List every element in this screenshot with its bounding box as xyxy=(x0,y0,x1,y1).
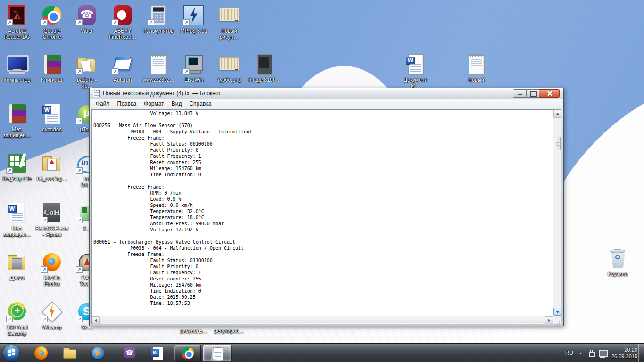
start-button[interactable] xyxy=(2,345,20,362)
minimize-button[interactable] xyxy=(513,89,527,98)
app-icon xyxy=(41,102,63,125)
desktop-icon-label: Registry Life xyxy=(2,176,31,182)
desktop-icon-turbo-png[interactable]: турбо.png xyxy=(212,53,246,83)
app-icon xyxy=(147,53,170,75)
desktop-icon-novy-txt[interactable]: Новый xyxy=(459,53,493,83)
app-icon xyxy=(182,4,205,26)
taskbar-media-player[interactable] xyxy=(89,345,107,362)
taskbar-notepad[interactable] xyxy=(203,345,232,362)
menu-bar: Файл Правка Формат Вид Справка xyxy=(91,99,561,108)
desktop-icon-met-zashchishchen-rar[interactable]: Мет. защищен… xyxy=(0,102,34,139)
desktop-icon-computer[interactable]: Компьютер xyxy=(0,53,34,83)
shortcut-arrow-icon xyxy=(41,266,48,273)
desktop-icon-label: ABBYY FineRead… xyxy=(109,28,137,40)
scroll-down-button[interactable] xyxy=(553,308,561,316)
close-button[interactable] xyxy=(539,89,560,98)
tray-date: 26.09.2015 xyxy=(611,354,637,359)
desktop-icon-elsawin[interactable]: ElsaWin xyxy=(177,53,211,83)
scroll-up-button[interactable] xyxy=(553,110,561,118)
desktop-icon-registry-life[interactable]: Registry Life xyxy=(0,152,34,182)
app-icon xyxy=(147,4,170,26)
desktop-icon-label: Новый рисун… xyxy=(220,28,239,40)
horizontal-scrollbar[interactable] xyxy=(92,316,553,324)
show-desktop-button[interactable] xyxy=(638,344,644,362)
vertical-scrollbar[interactable] xyxy=(553,110,561,316)
taskbar-explorer[interactable] xyxy=(60,345,79,362)
tray-expand-icon[interactable]: ▲ xyxy=(578,351,584,355)
desktop-icon-winamp[interactable]: Winamp xyxy=(35,300,69,330)
desktop-icon-label: Google Chrome xyxy=(42,28,61,40)
desktop-icon-acrobat-reader[interactable]: Acrobat Reader DC xyxy=(0,4,34,40)
desktop-icon-label: Winamp xyxy=(42,324,61,330)
app-icon xyxy=(6,4,28,26)
desktop-icon-knigi-rar[interactable]: Книги.rar xyxy=(35,53,69,83)
down-arrow-icon xyxy=(556,311,560,313)
notepad-window: Новый текстовый документ (4).txt — Блокн… xyxy=(89,88,564,326)
desktop-icon-label: RelicCOH.exe - Ярлык xyxy=(35,225,68,238)
desktop-icon-label: Acrobat Reader DC xyxy=(4,28,30,40)
desktop-icon-calculator[interactable]: Калькулятор xyxy=(141,4,175,34)
clock[interactable]: 20:20 26.09.2015 xyxy=(611,346,637,360)
desktop-icon-dokument[interactable]: Документ М… xyxy=(398,53,432,89)
taskbar-app-icon xyxy=(181,346,195,360)
shortcut-arrow-icon xyxy=(76,19,83,26)
app-icon xyxy=(6,53,28,75)
taskbar-firefox[interactable] xyxy=(32,345,50,362)
desktop-icon-label: Корзина xyxy=(608,271,627,277)
desktop-icon-drova[interactable]: дрова xyxy=(0,251,34,281)
desktop-icon-360-total-security[interactable]: 360 Total Security xyxy=(0,300,34,337)
notepad-text[interactable]: Voltage: 13.843 V 000256 - Mass Air Flow… xyxy=(92,110,553,316)
app-icon xyxy=(111,53,134,75)
desktop-icon-label: image 81bf… xyxy=(248,77,279,83)
desktop-icon-b6-cooling[interactable]: b6_cooling… xyxy=(35,152,69,182)
taskbar-word[interactable] xyxy=(148,345,166,362)
app-icon xyxy=(41,4,63,26)
desktop-icon-recycle-bin[interactable]: Корзина xyxy=(601,247,635,277)
desktop-icon-reliccoh[interactable]: RelicCOH.exe - Ярлык xyxy=(35,201,69,238)
network-icon[interactable] xyxy=(599,350,607,356)
desktop-icon-mprog[interactable]: MProg 3.0a xyxy=(177,4,211,34)
scroll-right-button[interactable] xyxy=(545,316,553,324)
vertical-scroll-thumb[interactable] xyxy=(554,137,561,150)
desktop-icon-wwwzzz3cz[interactable]: wwwzzz3cz… xyxy=(141,53,175,83)
taskbar-viber[interactable] xyxy=(120,345,139,362)
title-bar[interactable]: Новый текстовый документ (4).txt — Блокн… xyxy=(90,88,563,99)
menu-item[interactable]: Справка xyxy=(185,99,215,108)
desktop-icon-cyot-doc[interactable]: cyot.doc xyxy=(35,102,69,132)
desktop-icon-viber[interactable]: Viber xyxy=(70,4,104,34)
shortcut-arrow-icon xyxy=(76,167,83,174)
desktop-icon-new-picture[interactable]: Новый рисун… xyxy=(212,4,246,40)
window-controls xyxy=(513,88,560,98)
notepad-client-area: Voltage: 13.843 V 000256 - Mass Air Flow… xyxy=(91,109,561,324)
menu-item[interactable]: Правка xyxy=(114,99,140,108)
taskbar-app-icon xyxy=(34,346,48,360)
desktop-icon-abbyy-finereader[interactable]: ABBYY FineRead… xyxy=(106,4,140,40)
taskbar-app-icon xyxy=(150,346,164,360)
app-icon xyxy=(6,251,28,273)
desktop-icon-rabota[interactable]: работа - Яр… xyxy=(70,53,104,89)
app-icon xyxy=(41,152,63,174)
maximize-button[interactable] xyxy=(527,89,539,98)
app-icon xyxy=(182,53,205,75)
desktop-icon-mozilla-firefox[interactable]: Mozilla Firefox xyxy=(35,251,69,287)
horizontal-scroll-thumb[interactable] xyxy=(100,317,545,323)
scroll-left-button[interactable] xyxy=(92,316,100,324)
menu-item[interactable]: Файл xyxy=(92,99,114,108)
desktop-icon-image-81bf[interactable]: image 81bf… xyxy=(247,53,281,83)
left-arrow-icon xyxy=(95,319,97,322)
app-icon xyxy=(6,300,28,323)
desktop-icon-autorun[interactable]: Autorun xyxy=(106,53,140,83)
shortcut-arrow-icon xyxy=(41,316,48,322)
tray-time: 20:20 xyxy=(624,347,637,353)
shortcut-arrow-icon xyxy=(6,19,13,26)
desktop-icon-label: MProg 3.0a xyxy=(181,28,207,34)
resize-grip[interactable] xyxy=(553,316,561,324)
desktop-icon-met-zashchishchen-doc[interactable]: Мет. защищен… xyxy=(0,201,34,238)
menu-item[interactable]: Вид xyxy=(168,99,186,108)
menu-item[interactable]: Формат xyxy=(140,99,168,108)
power-plug-icon[interactable] xyxy=(588,350,594,356)
desktop-icon-google-chrome[interactable]: Google Chrome xyxy=(35,4,69,40)
taskbar-chrome[interactable] xyxy=(174,345,201,362)
taskbar-app-icon xyxy=(123,346,137,360)
language-indicator[interactable]: RU xyxy=(565,350,573,356)
